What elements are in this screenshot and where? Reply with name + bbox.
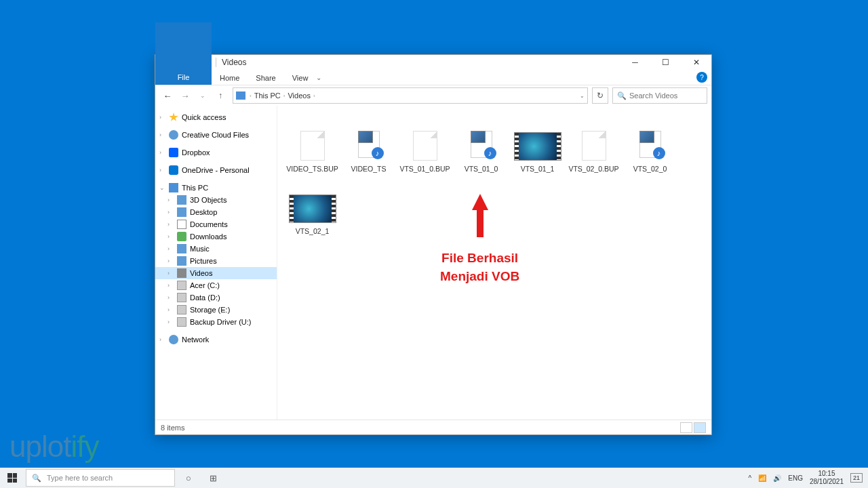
start-button[interactable]: [0, 468, 24, 488]
sidebar-item-drive-u[interactable]: ›Backup Driver (U:): [155, 316, 277, 328]
chevron-right-icon: ›: [248, 93, 253, 99]
sidebar-item-videos[interactable]: ›Videos: [155, 267, 277, 279]
video-thumbnail: [289, 195, 336, 223]
file-icon: [300, 131, 325, 161]
cortana-button[interactable]: ○: [176, 468, 201, 488]
sidebar-item-3d-objects[interactable]: ›3D Objects: [155, 194, 277, 206]
breadcrumb-folder[interactable]: Videos: [286, 92, 311, 100]
maximize-button[interactable]: ☐: [650, 55, 681, 70]
sidebar-item-music[interactable]: ›Music: [155, 243, 277, 255]
sidebar-item-drive-d[interactable]: ›Data (D:): [155, 291, 277, 304]
file-label: VIDEO_TS: [351, 165, 387, 174]
view-details-button[interactable]: [680, 422, 692, 433]
minimize-button[interactable]: ─: [620, 55, 650, 70]
file-item[interactable]: VTS_02_0.BUP: [566, 114, 622, 176]
pc-icon: [236, 92, 245, 100]
audio-file-icon: ♪: [634, 128, 667, 161]
tab-share[interactable]: Share: [248, 71, 283, 85]
chevron-right-icon: ›: [312, 93, 317, 99]
file-item[interactable]: VTS_01_1: [509, 114, 566, 176]
file-label: VTS_02_0.BUP: [568, 165, 618, 174]
sidebar-item-drive-c[interactable]: ›Acer (C:): [155, 279, 277, 291]
history-dropdown[interactable]: ⌄: [195, 87, 211, 104]
close-button[interactable]: ✕: [681, 55, 711, 70]
tab-view[interactable]: View: [284, 71, 317, 85]
forward-button[interactable]: →: [177, 87, 193, 104]
search-icon: 🔍: [32, 474, 41, 483]
sidebar-item-onedrive[interactable]: ›OneDrive - Personal: [155, 164, 277, 176]
tab-file[interactable]: File: [155, 22, 212, 85]
audio-file-icon: ♪: [465, 128, 498, 161]
navigation-bar: ← → ⌄ ↑ › This PC › Videos › ⌄ ↻ 🔍: [155, 85, 711, 106]
search-placeholder: Type here to search: [47, 474, 113, 482]
sidebar-item-pictures[interactable]: ›Pictures: [155, 255, 277, 267]
explorer-window: ▾ ↶ ▾ Videos ─ ☐ ✕ File Home Share View …: [155, 54, 712, 435]
sidebar-item-downloads[interactable]: ›Downloads: [155, 230, 277, 243]
file-label: VTS_01_1: [521, 165, 555, 174]
sidebar-item-quick-access[interactable]: ›Quick access: [155, 111, 277, 123]
taskbar: 🔍 Type here to search ○ ⊞ ^ 📶 🔊 ENG 10:1…: [0, 468, 868, 488]
notifications-button[interactable]: 21: [850, 473, 863, 483]
item-count: 8 items: [161, 424, 184, 432]
up-button[interactable]: ↑: [212, 87, 229, 104]
file-item[interactable]: ♪VTS_01_0: [453, 114, 509, 176]
breadcrumb-root[interactable]: This PC: [253, 92, 282, 100]
file-label: VTS_02_1: [296, 227, 330, 236]
language-indicator[interactable]: ENG: [788, 474, 803, 482]
help-icon[interactable]: ?: [696, 72, 707, 83]
file-label: VTS_01_0.BUP: [399, 165, 450, 174]
taskbar-search[interactable]: 🔍 Type here to search: [26, 469, 175, 487]
tray-expand-icon[interactable]: ^: [749, 474, 752, 482]
file-icon: [413, 131, 437, 161]
window-title: Videos: [222, 58, 246, 67]
wifi-icon[interactable]: 📶: [758, 474, 766, 482]
annotation-line1: File Berhasil: [440, 249, 519, 268]
volume-icon[interactable]: 🔊: [773, 474, 781, 482]
file-item[interactable]: VTS_01_0.BUP: [397, 114, 453, 176]
chevron-right-icon: ›: [282, 93, 287, 99]
sidebar-item-network[interactable]: ›Network: [155, 333, 277, 346]
annotation-line2: Menjadi VOB: [440, 268, 519, 286]
sidebar-item-documents[interactable]: ›Documents: [155, 218, 277, 230]
file-label: VTS_01_0: [465, 165, 498, 174]
view-icons-button[interactable]: [694, 422, 706, 433]
file-icon: [582, 131, 606, 161]
file-item[interactable]: ♪VIDEO_TS: [340, 114, 397, 176]
separator: [216, 58, 216, 67]
system-tray: ^ 📶 🔊 ENG 10:15 28/10/2021 21: [749, 470, 868, 486]
refresh-button[interactable]: ↻: [592, 87, 608, 104]
clock[interactable]: 10:15 28/10/2021: [810, 470, 844, 486]
file-label: VTS_02_0: [633, 165, 667, 174]
sidebar-item-this-pc[interactable]: ⌄This PC: [155, 182, 277, 194]
ribbon-expand-icon[interactable]: ⌄: [316, 74, 321, 81]
sidebar-item-drive-e[interactable]: ›Storage (E:): [155, 304, 277, 316]
titlebar: ▾ ↶ ▾ Videos ─ ☐ ✕: [155, 55, 711, 70]
tab-home[interactable]: Home: [212, 71, 248, 85]
sidebar-item-desktop[interactable]: ›Desktop: [155, 206, 277, 218]
search-box[interactable]: 🔍: [612, 87, 707, 104]
file-item[interactable]: VTS_02_1: [284, 176, 340, 239]
search-input[interactable]: [629, 92, 703, 100]
file-pane[interactable]: VIDEO_TS.BUP♪VIDEO_TSVTS_01_0.BUP♪VTS_01…: [277, 106, 711, 420]
status-bar: 8 items: [155, 420, 711, 434]
back-button[interactable]: ←: [159, 87, 176, 104]
address-dropdown-icon[interactable]: ⌄: [580, 93, 585, 99]
file-item[interactable]: ♪VTS_02_0: [622, 114, 678, 176]
task-view-button[interactable]: ⊞: [201, 468, 225, 488]
file-label: VIDEO_TS.BUP: [286, 165, 338, 174]
navigation-pane: ›Quick access ›Creative Cloud Files ›Dro…: [155, 106, 277, 420]
watermark: uplotify: [9, 430, 98, 464]
search-icon: 🔍: [617, 92, 627, 100]
file-item[interactable]: VIDEO_TS.BUP: [284, 114, 340, 176]
sidebar-item-dropbox[interactable]: ›Dropbox: [155, 146, 277, 159]
sidebar-item-creative-cloud[interactable]: ›Creative Cloud Files: [155, 129, 277, 141]
address-bar[interactable]: › This PC › Videos › ⌄: [233, 87, 588, 104]
audio-file-icon: ♪: [353, 128, 385, 161]
video-thumbnail: [514, 132, 561, 161]
ribbon-tabs: File Home Share View ⌄ ?: [155, 70, 711, 85]
